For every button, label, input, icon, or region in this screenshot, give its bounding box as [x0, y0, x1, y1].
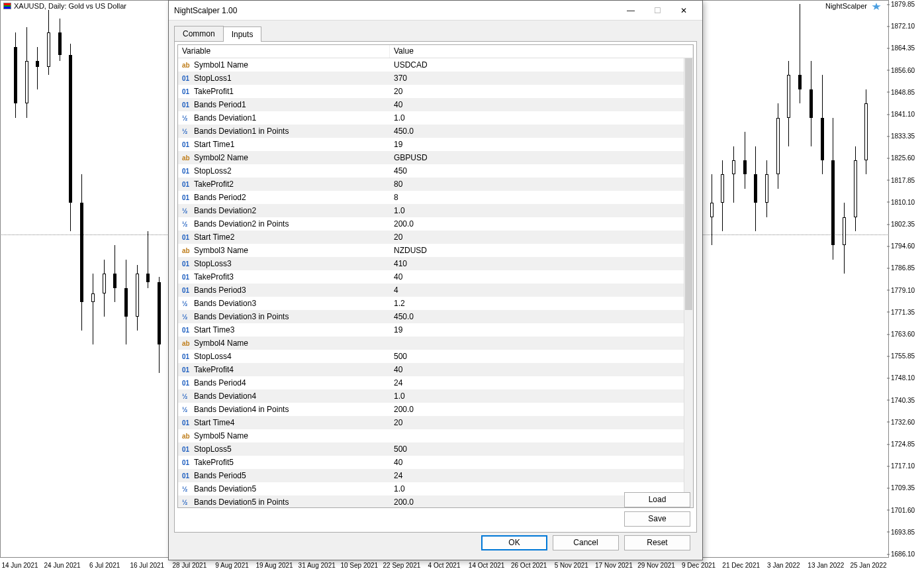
table-row[interactable]: 01TakeProfit440	[178, 363, 684, 376]
close-button[interactable]: ✕	[670, 1, 697, 20]
table-row[interactable]: 01TakeProfit120	[178, 85, 684, 98]
table-row[interactable]: ½Bands Deviation11.0	[178, 111, 684, 125]
reset-button[interactable]: Reset	[624, 535, 690, 550]
table-row[interactable]: 01Start Time220	[178, 231, 684, 244]
variable-value[interactable]: 450	[390, 166, 684, 176]
table-row[interactable]: 01StopLoss2450	[178, 164, 684, 178]
variable-value[interactable]: 40	[390, 272, 684, 282]
table-row[interactable]: 01Start Time319	[178, 323, 684, 337]
variable-name: Bands Deviation4	[194, 391, 256, 401]
table-row[interactable]: 01Bands Period140	[178, 98, 684, 111]
variable-value[interactable]: 450.0	[390, 127, 684, 136]
table-row[interactable]: 01StopLoss5500	[178, 442, 684, 456]
scrollbar[interactable]	[684, 58, 693, 507]
variable-value[interactable]: 19	[390, 325, 684, 335]
cancel-button[interactable]: Cancel	[553, 535, 619, 550]
table-row[interactable]: 01StopLoss4500	[178, 350, 684, 363]
variable-value[interactable]: 1.0	[390, 391, 684, 401]
variable-value[interactable]: GBPUSD	[390, 153, 684, 162]
variable-value[interactable]: 200.0	[390, 219, 684, 229]
table-row[interactable]: 01StopLoss3410	[178, 257, 684, 270]
table-row[interactable]: ½Bands Deviation31.2	[178, 297, 684, 310]
variable-value[interactable]: 19	[390, 140, 684, 149]
variable-name: StopLoss4	[194, 352, 232, 361]
table-row[interactable]: abSymbol1 NameUSDCAD	[178, 58, 684, 72]
variable-name: Bands Deviation1	[194, 113, 256, 123]
price-tick: 1779.10	[891, 286, 915, 293]
variable-value[interactable]: 500	[390, 444, 684, 454]
variable-value[interactable]: 24	[390, 378, 684, 388]
table-row[interactable]: 01TakeProfit340	[178, 270, 684, 284]
type-icon: 01	[182, 141, 194, 148]
table-row[interactable]: 01TakeProfit540	[178, 456, 684, 469]
variable-value[interactable]: 1.0	[390, 113, 684, 123]
table-row[interactable]: 01Bands Period28	[178, 191, 684, 204]
variable-value[interactable]: 20	[390, 233, 684, 242]
variable-value[interactable]: 500	[390, 352, 684, 361]
table-row[interactable]: ½Bands Deviation51.0	[178, 482, 684, 495]
variable-value[interactable]: 410	[390, 259, 684, 268]
table-row[interactable]: ½Bands Deviation3 in Points450.0	[178, 310, 684, 323]
table-row[interactable]: 01Bands Period524	[178, 469, 684, 482]
table-row[interactable]: 01Start Time119	[178, 138, 684, 151]
variable-name: Bands Deviation3 in Points	[194, 312, 289, 321]
type-icon: ½	[182, 128, 194, 135]
variable-name: Start Time2	[194, 233, 234, 242]
price-tick: 1872.10	[891, 23, 915, 30]
variable-value[interactable]: 40	[390, 458, 684, 467]
titlebar[interactable]: NightScalper 1.00 — ☐ ✕	[169, 1, 702, 21]
tab-inputs[interactable]: Inputs	[223, 26, 262, 42]
type-icon: 01	[182, 472, 194, 480]
grid-header[interactable]: Variable Value	[178, 45, 693, 58]
time-tick: 17 Nov 2021	[595, 562, 633, 569]
variable-value[interactable]: 20	[390, 87, 684, 96]
table-row[interactable]: ½Bands Deviation4 in Points200.0	[178, 403, 684, 416]
table-row[interactable]: abSymbol3 NameNZDUSD	[178, 244, 684, 257]
type-icon: ab	[182, 62, 194, 69]
variable-value[interactable]: 8	[390, 193, 684, 202]
variable-value[interactable]: 20	[390, 418, 684, 427]
variable-value[interactable]: 1.2	[390, 299, 684, 308]
variable-value[interactable]: 40	[390, 100, 684, 109]
price-tick: 1786.85	[891, 264, 915, 272]
variable-value[interactable]: 40	[390, 365, 684, 374]
variable-value[interactable]: 4	[390, 286, 684, 295]
tab-common[interactable]: Common	[174, 26, 224, 41]
variable-value[interactable]: 450.0	[390, 312, 684, 321]
table-row[interactable]: 01TakeProfit280	[178, 178, 684, 191]
inputs-grid[interactable]: Variable Value abSymbol1 NameUSDCAD01Sto…	[177, 44, 694, 508]
save-button[interactable]: Save	[624, 511, 690, 527]
variable-value[interactable]: NZDUSD	[390, 246, 684, 255]
variable-value[interactable]: 80	[390, 180, 684, 189]
table-row[interactable]: 01Bands Period34	[178, 284, 684, 297]
type-icon: ½	[182, 207, 194, 215]
variable-value[interactable]: USDCAD	[390, 60, 684, 70]
type-icon: 01	[182, 287, 194, 294]
table-row[interactable]: ½Bands Deviation5 in Points200.0	[178, 495, 684, 507]
variable-name: Start Time4	[194, 418, 234, 427]
type-icon: ½	[182, 393, 194, 400]
table-row[interactable]: abSymbol4 Name	[178, 337, 684, 350]
col-value[interactable]: Value	[390, 45, 693, 58]
variable-value[interactable]: 24	[390, 471, 684, 480]
table-row[interactable]: ½Bands Deviation2 in Points200.0	[178, 217, 684, 231]
table-row[interactable]: ½Bands Deviation41.0	[178, 389, 684, 403]
table-row[interactable]: abSymbol2 NameGBPUSD	[178, 151, 684, 164]
table-row[interactable]: abSymbol5 Name	[178, 429, 684, 442]
table-row[interactable]: 01Bands Period424	[178, 376, 684, 389]
variable-name: Start Time1	[194, 140, 234, 149]
scrollbar-thumb[interactable]	[685, 58, 692, 310]
load-button[interactable]: Load	[624, 492, 690, 507]
time-tick: 24 Jun 2021	[44, 562, 81, 569]
variable-value[interactable]: 1.0	[390, 206, 684, 215]
table-row[interactable]: ½Bands Deviation21.0	[178, 204, 684, 217]
table-row[interactable]: ½Bands Deviation1 in Points450.0	[178, 125, 684, 138]
variable-value[interactable]: 200.0	[390, 405, 684, 414]
table-row[interactable]: 01Start Time420	[178, 416, 684, 429]
ok-button[interactable]: OK	[481, 535, 547, 550]
variable-value[interactable]: 370	[390, 74, 684, 83]
chart-title: XAUUSD, Daily: Gold vs US Dollar	[3, 2, 126, 10]
minimize-button[interactable]: —	[618, 1, 644, 20]
table-row[interactable]: 01StopLoss1370	[178, 72, 684, 85]
col-variable[interactable]: Variable	[178, 45, 390, 58]
